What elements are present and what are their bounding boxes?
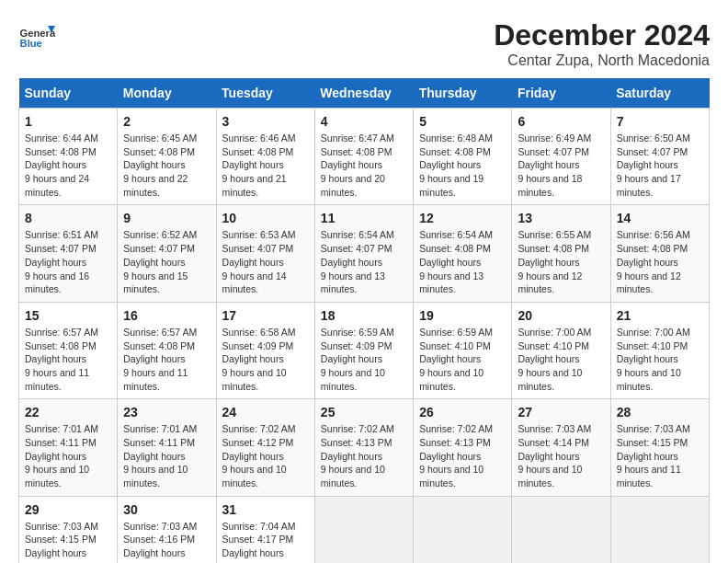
calendar-week-1: 8 Sunrise: 6:51 AM Sunset: 4:07 PM Dayli…: [19, 205, 710, 302]
cell-content: Sunrise: 7:01 AM Sunset: 4:11 PM Dayligh…: [25, 422, 111, 489]
calendar-cell: [414, 496, 512, 563]
calendar-cell: 24 Sunrise: 7:02 AM Sunset: 4:12 PM Dayl…: [216, 399, 314, 496]
day-number: 23: [123, 405, 210, 419]
calendar-cell: 26 Sunrise: 7:02 AM Sunset: 4:13 PM Dayl…: [414, 399, 512, 496]
day-number: 21: [617, 308, 703, 323]
cell-content: Sunrise: 7:03 AM Sunset: 4:15 PM Dayligh…: [617, 422, 703, 489]
day-number: 6: [518, 114, 604, 129]
calendar-cell: 19 Sunrise: 6:59 AM Sunset: 4:10 PM Dayl…: [414, 302, 512, 398]
calendar-cell: [512, 496, 610, 563]
cell-content: Sunrise: 6:50 AM Sunset: 4:07 PM Dayligh…: [617, 132, 703, 199]
calendar-week-0: 1 Sunrise: 6:44 AM Sunset: 4:08 PM Dayli…: [19, 109, 710, 205]
day-number: 5: [419, 114, 506, 129]
cell-content: Sunrise: 7:00 AM Sunset: 4:10 PM Dayligh…: [518, 326, 604, 393]
calendar-cell: 5 Sunrise: 6:48 AM Sunset: 4:08 PM Dayli…: [414, 109, 512, 205]
calendar-table: SundayMondayTuesdayWednesdayThursdayFrid…: [18, 78, 710, 563]
calendar-cell: 14 Sunrise: 6:56 AM Sunset: 4:08 PM Dayl…: [610, 205, 709, 302]
calendar-cell: 28 Sunrise: 7:03 AM Sunset: 4:15 PM Dayl…: [610, 399, 709, 496]
cell-content: Sunrise: 6:45 AM Sunset: 4:08 PM Dayligh…: [123, 132, 210, 199]
calendar-cell: 9 Sunrise: 6:52 AM Sunset: 4:07 PM Dayli…: [118, 205, 216, 302]
cell-content: Sunrise: 7:03 AM Sunset: 4:15 PM Dayligh…: [25, 520, 111, 563]
calendar-cell: 2 Sunrise: 6:45 AM Sunset: 4:08 PM Dayli…: [118, 109, 216, 205]
calendar-cell: 11 Sunrise: 6:54 AM Sunset: 4:07 PM Dayl…: [314, 205, 413, 302]
day-number: 17: [222, 308, 309, 323]
day-number: 16: [123, 308, 210, 323]
cell-content: Sunrise: 7:02 AM Sunset: 4:12 PM Dayligh…: [222, 422, 309, 489]
calendar-cell: 4 Sunrise: 6:47 AM Sunset: 4:08 PM Dayli…: [314, 109, 413, 205]
cell-content: Sunrise: 6:57 AM Sunset: 4:08 PM Dayligh…: [25, 326, 111, 393]
day-number: 1: [25, 114, 111, 129]
calendar-cell: 13 Sunrise: 6:55 AM Sunset: 4:08 PM Dayl…: [512, 205, 610, 302]
calendar-cell: 16 Sunrise: 6:57 AM Sunset: 4:08 PM Dayl…: [118, 302, 216, 398]
calendar-cell: 1 Sunrise: 6:44 AM Sunset: 4:08 PM Dayli…: [19, 109, 118, 205]
day-number: 8: [25, 211, 111, 225]
day-number: 3: [222, 114, 309, 129]
calendar-cell: 17 Sunrise: 6:58 AM Sunset: 4:09 PM Dayl…: [216, 302, 314, 398]
day-number: 27: [518, 405, 604, 419]
calendar-cell: 3 Sunrise: 6:46 AM Sunset: 4:08 PM Dayli…: [216, 109, 314, 205]
day-number: 10: [222, 211, 309, 225]
cell-content: Sunrise: 7:03 AM Sunset: 4:14 PM Dayligh…: [518, 422, 604, 489]
calendar-cell: 30 Sunrise: 7:03 AM Sunset: 4:16 PM Dayl…: [118, 496, 216, 563]
cell-content: Sunrise: 6:51 AM Sunset: 4:07 PM Dayligh…: [25, 228, 111, 295]
day-header-monday: Monday: [118, 78, 216, 109]
calendar-week-4: 29 Sunrise: 7:03 AM Sunset: 4:15 PM Dayl…: [19, 496, 710, 563]
cell-content: Sunrise: 7:01 AM Sunset: 4:11 PM Dayligh…: [123, 422, 210, 489]
svg-text:Blue: Blue: [20, 38, 42, 49]
day-number: 24: [222, 405, 309, 419]
cell-content: Sunrise: 7:03 AM Sunset: 4:16 PM Dayligh…: [123, 520, 210, 563]
day-number: 28: [617, 405, 703, 419]
calendar-cell: 10 Sunrise: 6:53 AM Sunset: 4:07 PM Dayl…: [216, 205, 314, 302]
cell-content: Sunrise: 6:46 AM Sunset: 4:08 PM Dayligh…: [222, 132, 309, 199]
day-number: 19: [419, 308, 506, 323]
logo: General Blue: [18, 18, 60, 55]
cell-content: Sunrise: 6:59 AM Sunset: 4:10 PM Dayligh…: [419, 326, 506, 393]
cell-content: Sunrise: 6:54 AM Sunset: 4:08 PM Dayligh…: [419, 228, 506, 295]
calendar-cell: 15 Sunrise: 6:57 AM Sunset: 4:08 PM Dayl…: [19, 302, 118, 398]
day-header-sunday: Sunday: [19, 78, 118, 109]
day-number: 15: [25, 308, 111, 323]
calendar-cell: 27 Sunrise: 7:03 AM Sunset: 4:14 PM Dayl…: [512, 399, 610, 496]
calendar-cell: 7 Sunrise: 6:50 AM Sunset: 4:07 PM Dayli…: [610, 109, 709, 205]
cell-content: Sunrise: 6:57 AM Sunset: 4:08 PM Dayligh…: [123, 326, 210, 393]
cell-content: Sunrise: 7:04 AM Sunset: 4:17 PM Dayligh…: [222, 520, 309, 563]
cell-content: Sunrise: 6:48 AM Sunset: 4:08 PM Dayligh…: [419, 132, 506, 199]
cell-content: Sunrise: 7:00 AM Sunset: 4:10 PM Dayligh…: [617, 326, 703, 393]
day-number: 29: [25, 502, 111, 517]
cell-content: Sunrise: 6:56 AM Sunset: 4:08 PM Dayligh…: [617, 228, 703, 295]
cell-content: Sunrise: 6:44 AM Sunset: 4:08 PM Dayligh…: [25, 132, 111, 199]
day-number: 9: [123, 211, 210, 225]
cell-content: Sunrise: 6:52 AM Sunset: 4:07 PM Dayligh…: [123, 228, 210, 295]
day-number: 31: [222, 502, 309, 517]
cell-content: Sunrise: 6:53 AM Sunset: 4:07 PM Dayligh…: [222, 228, 309, 295]
calendar-body: 1 Sunrise: 6:44 AM Sunset: 4:08 PM Dayli…: [19, 109, 710, 564]
day-header-friday: Friday: [512, 78, 610, 109]
month-title: December 2024: [494, 18, 710, 52]
day-number: 22: [25, 405, 111, 419]
calendar-cell: 12 Sunrise: 6:54 AM Sunset: 4:08 PM Dayl…: [414, 205, 512, 302]
calendar-cell: 20 Sunrise: 7:00 AM Sunset: 4:10 PM Dayl…: [512, 302, 610, 398]
day-header-saturday: Saturday: [610, 78, 709, 109]
day-header-thursday: Thursday: [414, 78, 512, 109]
day-number: 13: [518, 211, 604, 225]
day-number: 14: [617, 211, 703, 225]
calendar-week-2: 15 Sunrise: 6:57 AM Sunset: 4:08 PM Dayl…: [19, 302, 710, 398]
location-title: Centar Zupa, North Macedonia: [494, 52, 710, 69]
day-number: 4: [321, 114, 407, 129]
calendar-header-row: SundayMondayTuesdayWednesdayThursdayFrid…: [19, 78, 710, 109]
day-number: 7: [617, 114, 703, 129]
cell-content: Sunrise: 6:47 AM Sunset: 4:08 PM Dayligh…: [321, 132, 407, 199]
calendar-cell: 18 Sunrise: 6:59 AM Sunset: 4:09 PM Dayl…: [314, 302, 413, 398]
day-number: 25: [321, 405, 407, 419]
cell-content: Sunrise: 7:02 AM Sunset: 4:13 PM Dayligh…: [419, 422, 506, 489]
title-section: December 2024 Centar Zupa, North Macedon…: [494, 18, 710, 69]
day-number: 20: [518, 308, 604, 323]
calendar-cell: 6 Sunrise: 6:49 AM Sunset: 4:07 PM Dayli…: [512, 109, 610, 205]
calendar-cell: [610, 496, 709, 563]
calendar-cell: 31 Sunrise: 7:04 AM Sunset: 4:17 PM Dayl…: [216, 496, 314, 563]
page-header: General Blue December 2024 Centar Zupa, …: [18, 18, 710, 69]
calendar-cell: 25 Sunrise: 7:02 AM Sunset: 4:13 PM Dayl…: [314, 399, 413, 496]
day-number: 26: [419, 405, 506, 419]
calendar-cell: [314, 496, 413, 563]
cell-content: Sunrise: 7:02 AM Sunset: 4:13 PM Dayligh…: [321, 422, 407, 489]
